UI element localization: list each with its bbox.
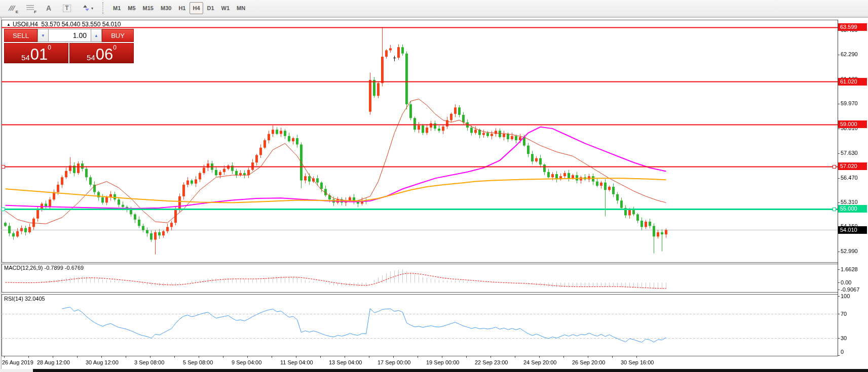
timeframe-group: M1M5M15M30H1H4D1W1MN bbox=[109, 2, 249, 14]
rsi-axis-tick: 70 bbox=[841, 311, 847, 317]
time-axis-label: 26 Sep 20:00 bbox=[572, 359, 605, 365]
buy-price-sup: 0 bbox=[113, 45, 117, 51]
grid-button[interactable]: F bbox=[22, 1, 39, 15]
tool-sub-label: F bbox=[34, 10, 36, 14]
timeframe-button-mn[interactable]: MN bbox=[234, 2, 248, 14]
time-axis-label: 24 Sep 20:00 bbox=[523, 359, 556, 365]
sell-price-big: 01 bbox=[30, 48, 48, 61]
price-axis-tick: 57.630 bbox=[841, 150, 858, 156]
time-axis-label: 13 Sep 04:00 bbox=[329, 359, 362, 365]
time-axis-label: 22 Sep 23:00 bbox=[475, 359, 508, 365]
rsi-axis-tick: 100 bbox=[841, 293, 850, 299]
spin-down-icon: ▼ bbox=[41, 33, 45, 38]
time-axis-label: 3 Sep 08:00 bbox=[134, 359, 164, 365]
price-line-label: 61.020 bbox=[838, 78, 867, 86]
sell-button[interactable]: SELL bbox=[4, 29, 37, 42]
price-line-label: 55.000 bbox=[838, 205, 867, 213]
time-axis-label: 28 Aug 12:00 bbox=[37, 359, 70, 365]
text-label-icon: A bbox=[46, 4, 51, 12]
macd-label: MACD(12,26,9) -0.7899 -0.6769 bbox=[4, 265, 84, 271]
time-axis-label: 19 Sep 00:00 bbox=[426, 359, 459, 365]
buy-button[interactable]: BUY bbox=[102, 29, 134, 42]
timeframe-button-m15[interactable]: M15 bbox=[140, 2, 157, 14]
trade-panel-row: SELL ▼ ▲ BUY bbox=[4, 29, 134, 42]
rsi-axis-tick: 30 bbox=[841, 335, 847, 341]
rsi-axis-tick: 0 bbox=[841, 349, 844, 355]
macd-axis-tick: -0.9067 bbox=[841, 286, 859, 293]
time-axis-label: 5 Sep 08:00 bbox=[183, 359, 213, 365]
sell-price-base: 54 bbox=[21, 54, 30, 61]
toolbar-separator bbox=[102, 2, 106, 14]
text-box-icon: T bbox=[63, 5, 70, 12]
macd-axis-tick: 1.6628 bbox=[841, 266, 858, 272]
timeframe-button-w1[interactable]: W1 bbox=[218, 2, 233, 14]
timeframe-button-m30[interactable]: M30 bbox=[158, 2, 174, 14]
text-box-button[interactable]: T bbox=[59, 1, 75, 15]
volume-input[interactable] bbox=[49, 29, 91, 42]
price-line-label: 57.020 bbox=[838, 162, 867, 170]
time-axis-label: 26 Aug 2019 bbox=[2, 359, 33, 365]
dropdown-caret-icon: ▾ bbox=[91, 6, 93, 11]
ohlc-values: 53.570 54.040 53.550 54.010 bbox=[42, 21, 121, 28]
price-axis-tick: 62.290 bbox=[841, 51, 858, 57]
price-line-label: 59.000 bbox=[838, 120, 867, 128]
tool-sub-label: E bbox=[16, 10, 18, 14]
symbol-period-label: USOil,H4 bbox=[13, 21, 38, 28]
time-axis-label: 9 Sep 04:00 bbox=[232, 359, 261, 365]
price-axis-tick: 59.970 bbox=[841, 100, 858, 106]
volume-up-button[interactable]: ▲ bbox=[91, 29, 102, 42]
collapse-triangle-icon[interactable]: ▲ bbox=[7, 22, 11, 27]
timeframe-button-m5[interactable]: M5 bbox=[125, 2, 138, 14]
trade-panel-prices: 54 01 0 54 06 0 bbox=[4, 43, 134, 63]
timeframe-button-h1[interactable]: H1 bbox=[175, 2, 188, 14]
buy-price-big: 06 bbox=[96, 48, 113, 61]
arrow-style-icon bbox=[82, 4, 90, 12]
bottom-panel-edge bbox=[33, 369, 868, 372]
sell-price-sup: 0 bbox=[48, 45, 51, 51]
one-click-trading-panel: SELL ▼ ▲ BUY 54 01 0 54 06 0 bbox=[4, 29, 134, 63]
spin-up-icon: ▲ bbox=[94, 33, 98, 38]
timeframe-button-m1[interactable]: M1 bbox=[110, 2, 124, 14]
text-label-button[interactable]: A bbox=[41, 1, 57, 15]
price-axis-tick: 56.470 bbox=[841, 175, 858, 181]
price-axis-tick: 52.990 bbox=[841, 248, 858, 254]
zigzag-pattern-button[interactable]: E bbox=[4, 1, 20, 15]
sell-price-tile[interactable]: 54 01 0 bbox=[4, 43, 68, 63]
volume-field-wrap bbox=[49, 29, 91, 42]
time-axis-label: 11 Sep 04:00 bbox=[280, 359, 313, 365]
buy-price-base: 54 bbox=[87, 54, 95, 61]
arrow-style-button[interactable]: ▾ bbox=[77, 1, 98, 15]
price-line-label: 54.010 bbox=[838, 226, 867, 234]
chart-title: ▲USOil,H4 53.570 54.040 53.550 54.010 bbox=[7, 21, 121, 28]
time-axis-label: 30 Aug 12:00 bbox=[86, 359, 119, 365]
macd-axis-tick: 0.00 bbox=[841, 279, 851, 285]
timeframe-button-h4[interactable]: H4 bbox=[190, 2, 203, 14]
time-axis-label: 17 Sep 00:00 bbox=[378, 359, 410, 365]
trading-terminal: { "toolbar": { "tools": [ {"name": "zigz… bbox=[0, 0, 868, 372]
rsi-label: RSI(14) 32.0405 bbox=[4, 296, 45, 302]
timeframe-button-d1[interactable]: D1 bbox=[204, 2, 217, 14]
toolbar: E F A T ▾ M1M5M15M30H1H4D1W1MN bbox=[0, 0, 868, 17]
buy-price-tile[interactable]: 54 06 0 bbox=[69, 43, 134, 63]
volume-down-button[interactable]: ▼ bbox=[37, 29, 49, 42]
price-line-label: 63.599 bbox=[838, 23, 867, 31]
time-axis-label: 30 Sep 16:00 bbox=[621, 359, 654, 365]
price-axis-tick: 55.310 bbox=[841, 199, 858, 205]
